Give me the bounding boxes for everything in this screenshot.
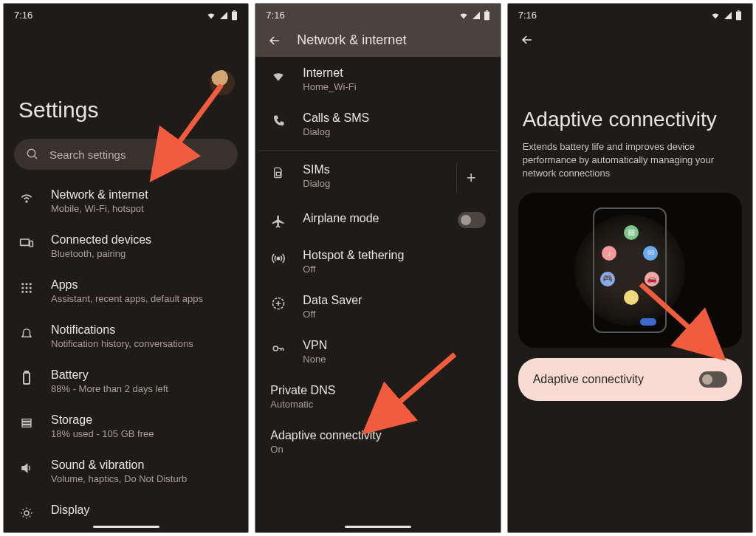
hotspot-icon	[270, 250, 286, 267]
svg-line-3	[34, 156, 37, 159]
back-icon[interactable]	[267, 33, 282, 48]
svg-rect-17	[25, 371, 28, 373]
page-description: Extends battery life and improves device…	[508, 140, 752, 193]
item-sound-vibration[interactable]: Sound & vibrationVolume, haptics, Do Not…	[7, 449, 245, 494]
status-icons	[458, 10, 490, 21]
apps-icon	[18, 280, 35, 296]
svg-rect-23	[484, 11, 489, 20]
nav-bar[interactable]	[345, 526, 411, 528]
svg-rect-30	[736, 11, 741, 20]
devices-icon	[18, 235, 35, 251]
item-data-saver[interactable]: Data SaverOff	[258, 284, 497, 329]
search-icon	[26, 148, 39, 161]
item-airplane-mode[interactable]: Airplane mode	[258, 202, 497, 239]
item-connected-devices[interactable]: Connected devicesBluetooth, pairing	[7, 224, 245, 269]
search-input[interactable]: Search settings	[14, 139, 238, 170]
divider	[258, 150, 497, 151]
svg-rect-24	[486, 10, 488, 11]
item-apps[interactable]: AppsAssistant, recent apps, default apps	[7, 269, 245, 314]
app-bar	[508, 24, 752, 56]
status-bar: 7:16	[255, 4, 500, 24]
svg-rect-6	[30, 241, 32, 247]
page-title: Adaptive connectivity	[508, 56, 752, 140]
screen-settings: 7:16 Settings Search settings Network & …	[3, 3, 249, 533]
status-bar: 7:16	[4, 4, 248, 24]
battery-icon	[18, 370, 35, 386]
status-time: 7:16	[266, 10, 284, 21]
svg-point-11	[26, 287, 28, 289]
wifi-icon	[710, 11, 721, 20]
svg-rect-25	[277, 172, 281, 176]
illus-icon: ⌂	[624, 290, 639, 305]
wifi-icon	[270, 68, 286, 84]
volume-icon	[18, 460, 35, 476]
status-bar: 7:16	[508, 4, 752, 24]
svg-rect-0	[232, 11, 237, 20]
item-notifications[interactable]: NotificationsNotification history, conve…	[7, 314, 245, 359]
wifi-icon	[458, 11, 469, 20]
app-bar: Network & internet	[255, 24, 500, 57]
svg-rect-19	[22, 422, 31, 425]
adaptive-connectivity-toggle[interactable]	[699, 371, 727, 388]
item-private-dns[interactable]: Private DNSAutomatic	[258, 374, 497, 419]
svg-point-7	[21, 283, 24, 285]
svg-rect-18	[22, 419, 31, 422]
illus-icon: ✉	[643, 246, 658, 261]
illus-icon: ▦	[624, 225, 639, 240]
status-icons	[710, 10, 742, 21]
app-bar-title: Network & internet	[297, 32, 406, 48]
svg-point-4	[26, 201, 27, 202]
signal-icon	[219, 11, 228, 20]
item-calls-sms[interactable]: Calls & SMSDialog	[258, 102, 497, 147]
battery-icon	[484, 10, 490, 21]
airplane-toggle[interactable]	[458, 212, 486, 228]
display-icon	[18, 505, 35, 521]
item-storage[interactable]: Storage18% used - 105 GB free	[7, 404, 245, 449]
svg-rect-20	[22, 425, 31, 427]
wifi-icon	[206, 11, 216, 20]
svg-rect-5	[21, 239, 30, 245]
nav-bar[interactable]	[93, 526, 159, 528]
item-vpn[interactable]: VPNNone	[258, 329, 497, 374]
screen-adaptive-connectivity: 7:16 Adaptive connectivity Extends batte…	[507, 3, 753, 533]
svg-rect-31	[738, 10, 740, 11]
svg-point-14	[26, 291, 28, 293]
item-internet[interactable]: InternetHome_Wi-Fi	[258, 57, 497, 102]
battery-icon	[735, 10, 742, 21]
svg-rect-1	[233, 10, 236, 11]
illus-icon: 🎮	[600, 272, 615, 286]
data-saver-icon	[270, 295, 286, 312]
illustration: ▦ ♪ ✉ 🎮 🚗 ⌂	[518, 193, 742, 348]
svg-point-15	[30, 291, 32, 293]
item-hotspot-tethering[interactable]: Hotspot & tetheringOff	[258, 239, 497, 284]
svg-rect-16	[24, 373, 30, 384]
network-list: InternetHome_Wi-Fi Calls & SMSDialog SIM…	[255, 57, 500, 464]
adaptive-connectivity-toggle-row[interactable]: Adaptive connectivity	[518, 358, 742, 401]
battery-icon	[231, 10, 238, 21]
search-placeholder: Search settings	[49, 148, 126, 161]
settings-list: Network & internetMobile, Wi-Fi, hotspot…	[4, 179, 248, 531]
status-icons	[206, 10, 238, 21]
item-adaptive-connectivity[interactable]: Adaptive connectivityOn	[258, 419, 497, 464]
svg-point-21	[24, 511, 29, 515]
svg-point-2	[27, 149, 35, 157]
vpn-icon	[270, 340, 286, 357]
signal-icon	[724, 11, 732, 20]
bell-icon	[18, 325, 35, 341]
screen-network-internet: 7:16 Network & internet InternetHome_Wi-…	[255, 3, 501, 533]
item-sims[interactable]: SIMsDialog +	[258, 154, 497, 202]
phone-icon	[270, 113, 286, 129]
svg-point-9	[30, 283, 32, 285]
svg-point-10	[21, 287, 24, 289]
status-time: 7:16	[518, 10, 537, 21]
item-battery[interactable]: Battery88% - More than 2 days left	[7, 359, 245, 404]
back-icon[interactable]	[520, 32, 535, 47]
add-sim-button[interactable]: +	[456, 163, 486, 193]
svg-point-8	[26, 283, 28, 285]
status-time: 7:16	[14, 10, 32, 21]
illus-toggle	[640, 318, 656, 326]
sim-icon	[270, 165, 286, 181]
illus-icon: ♪	[602, 246, 616, 261]
illus-icon: 🚗	[645, 272, 659, 286]
item-network-internet[interactable]: Network & internetMobile, Wi-Fi, hotspot	[7, 179, 245, 224]
